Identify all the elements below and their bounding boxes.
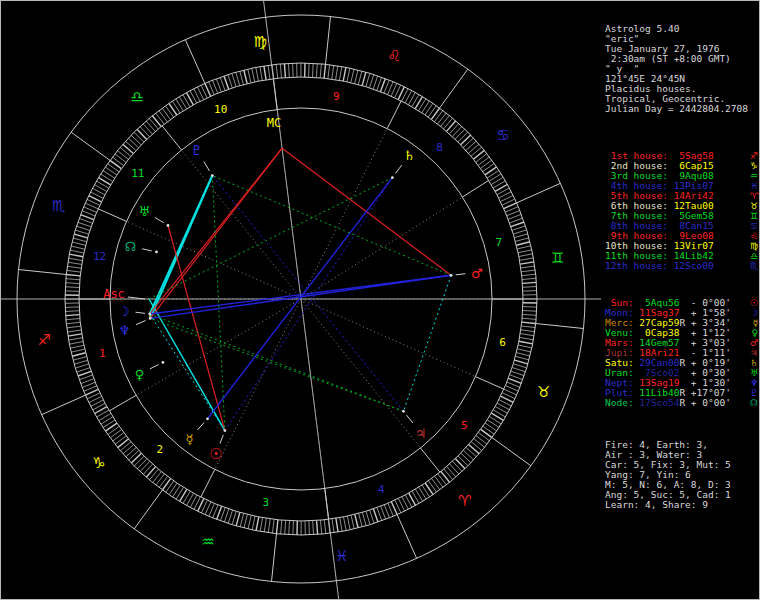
planet-glyph-neptune: ♆ (119, 323, 131, 338)
degree-tick (120, 442, 131, 451)
degree-tick (232, 511, 236, 524)
degree-tick (355, 514, 358, 528)
house-cusp-line (98, 209, 126, 222)
aspect-line-mars-jupiter (404, 275, 452, 411)
planet-glyph-node: ☊ (125, 239, 137, 254)
degree-tick (351, 515, 354, 529)
planet-degree-dot (211, 174, 214, 177)
planet-row: Node: 17Sco54R + 0°00'☊ (605, 398, 758, 408)
degree-tick (523, 287, 537, 288)
degree-tick (463, 138, 473, 148)
house-cusp-value: 12Sco00 (674, 261, 714, 271)
degree-tick (343, 67, 346, 81)
house-cusp-spoke (301, 299, 476, 377)
degree-tick (388, 82, 394, 95)
degree-tick (110, 430, 121, 438)
sign-divider (71, 132, 110, 160)
degree-tick (169, 483, 177, 495)
degree-tick (313, 521, 314, 535)
degree-tick (65, 307, 79, 308)
degree-tick (425, 103, 433, 115)
degree-tick (362, 512, 366, 525)
degree-tick (143, 124, 152, 134)
degree-tick (72, 242, 86, 245)
degree-tick (478, 433, 489, 441)
house-cusp-line (463, 180, 489, 197)
degree-tick (373, 509, 378, 522)
sign-glyph-icon: ♎ (131, 88, 144, 106)
degree-tick (466, 448, 476, 457)
degree-tick (347, 516, 350, 530)
sign-glyph-icon: ♒ (201, 533, 214, 551)
degree-tick (313, 63, 314, 77)
house-cusp-line (387, 101, 401, 129)
degree-tick (65, 311, 79, 312)
house-number: 11 (131, 167, 144, 180)
degree-tick (347, 68, 350, 82)
planet-degree-dot (206, 417, 209, 420)
degree-tick (105, 423, 117, 431)
degree-tick (471, 442, 482, 451)
house-cusp-line (109, 395, 136, 411)
planet-pointer (198, 422, 205, 430)
house-number: 10 (214, 103, 227, 116)
degree-tick (450, 124, 459, 134)
sign-icon: ♐ (750, 151, 758, 161)
degree-tick (511, 222, 524, 227)
planet-pointer (142, 249, 152, 251)
degree-tick (431, 108, 439, 119)
degree-tick (438, 474, 447, 485)
degree-tick (466, 141, 476, 150)
house-cusp-line (421, 448, 440, 472)
house-number: 12 (93, 250, 106, 263)
degree-tick (441, 116, 450, 127)
degree-tick (455, 129, 465, 139)
degree-tick (317, 521, 318, 535)
planet-degree-dot (402, 410, 405, 413)
degree-tick (523, 282, 537, 283)
degree-tick (228, 75, 232, 88)
degree-tick (224, 76, 229, 89)
degree-tick (458, 132, 468, 142)
degree-tick (419, 487, 426, 499)
degree-tick (264, 66, 266, 80)
degree-tick (518, 250, 532, 253)
degree-tick (447, 121, 456, 132)
degree-tick (309, 521, 310, 535)
degree-tick (79, 218, 92, 223)
degree-tick (476, 154, 487, 163)
degree-tick (519, 254, 533, 257)
planet-icon: ☿ (752, 318, 758, 328)
degree-tick (146, 121, 155, 132)
planet-degree-dot (149, 317, 152, 320)
degree-tick (461, 453, 471, 463)
degree-tick (510, 375, 523, 380)
degree-tick (523, 311, 537, 312)
degree-tick (240, 514, 244, 528)
degree-tick (485, 167, 497, 175)
planet-glyph-pluto: ♇ (191, 143, 203, 158)
planet-glyph-mars: ♂ (471, 266, 483, 281)
degree-tick (441, 471, 450, 482)
degree-tick (513, 230, 526, 234)
house-number: 5 (461, 419, 468, 432)
degree-tick (514, 360, 528, 364)
degree-tick (336, 518, 338, 532)
degree-tick (469, 144, 480, 153)
sign-icon: ♉ (750, 201, 758, 211)
sign-icon: ♑ (750, 161, 758, 171)
planet-pointer (136, 321, 146, 325)
sign-glyph-icon: ♋ (496, 126, 509, 144)
degree-tick (137, 459, 147, 469)
degree-tick (244, 514, 247, 528)
sign-divider (440, 69, 468, 108)
degree-tick (72, 353, 86, 356)
degree-tick (137, 129, 147, 139)
degree-tick (70, 345, 84, 348)
degree-tick (252, 68, 255, 82)
sign-divider (272, 534, 277, 582)
degree-tick (377, 77, 382, 90)
planet-pointer (155, 217, 164, 222)
degree-tick (159, 476, 167, 487)
degree-tick (336, 66, 338, 80)
